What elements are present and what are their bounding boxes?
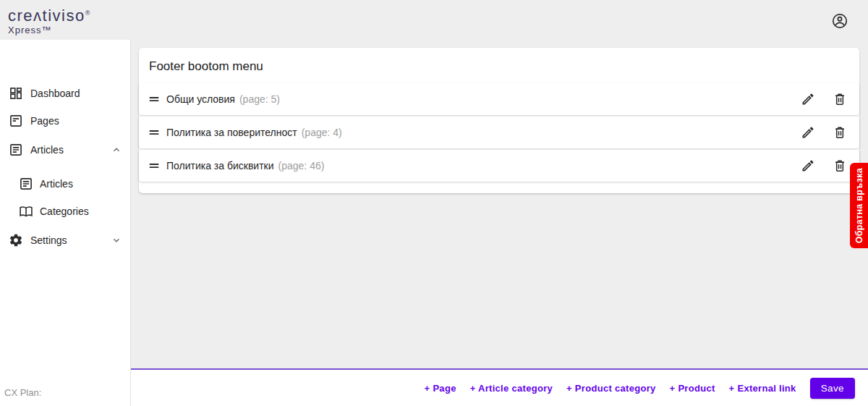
delete-icon bbox=[833, 125, 847, 140]
page-title: Footer bootom menu bbox=[149, 59, 263, 74]
app-header: creʌtiviso® Xpress™ bbox=[0, 0, 868, 40]
menu-row[interactable]: Политика за бисквитки (page: 46) bbox=[139, 150, 859, 182]
delete-button[interactable] bbox=[827, 87, 852, 112]
sidebar-item-label: Articles bbox=[40, 178, 73, 190]
delete-icon bbox=[833, 92, 847, 106]
menu-item-meta: (page: 5) bbox=[239, 93, 280, 105]
chevron-up-icon bbox=[111, 145, 122, 155]
drag-handle-icon[interactable] bbox=[147, 125, 161, 140]
footer-action-bar: + Page + Article category + Product cate… bbox=[131, 368, 868, 406]
add-product-category-link[interactable]: + Product category bbox=[566, 383, 656, 394]
sidebar-item-label: Settings bbox=[30, 234, 67, 246]
edit-button[interactable] bbox=[795, 153, 820, 179]
menu-row[interactable]: Политика за поверителност (page: 4) bbox=[139, 117, 859, 148]
sidebar-item-label: Dashboard bbox=[30, 88, 80, 99]
footer-menu-card: Footer bootom menu Общи условия (page: 5… bbox=[139, 48, 859, 193]
edit-icon bbox=[801, 92, 815, 106]
sidebar-item-articles-sub[interactable]: Articles bbox=[0, 173, 130, 195]
cx-plan-label: CX Plan: bbox=[4, 387, 41, 398]
brand-name: creʌtiviso bbox=[8, 7, 85, 25]
drag-handle-icon[interactable] bbox=[147, 158, 161, 173]
brand-product-name: Xpress™ bbox=[8, 25, 90, 35]
dashboard-icon bbox=[9, 86, 23, 101]
brand-logo[interactable]: creʌtiviso® Xpress™ bbox=[8, 8, 90, 35]
sidebar-item-articles[interactable]: Articles bbox=[0, 139, 130, 161]
edit-button[interactable] bbox=[795, 87, 820, 112]
article-icon bbox=[19, 177, 33, 191]
save-button[interactable]: Save bbox=[810, 378, 855, 399]
brand-registered-mark: ® bbox=[85, 9, 90, 17]
categories-icon bbox=[19, 204, 33, 219]
sidebar-item-dashboard[interactable]: Dashboard bbox=[0, 83, 130, 104]
edit-icon bbox=[801, 125, 815, 140]
sidebar-item-settings[interactable]: Settings bbox=[0, 229, 130, 251]
delete-button[interactable] bbox=[827, 153, 852, 179]
add-article-category-link[interactable]: + Article category bbox=[470, 383, 553, 394]
edit-button[interactable] bbox=[795, 120, 820, 145]
menu-item-label: Общи условия bbox=[166, 93, 235, 105]
account-circle-icon bbox=[831, 12, 848, 30]
menu-rows: Общи условия (page: 5) Политика за повер… bbox=[139, 83, 859, 183]
menu-item-meta: (page: 4) bbox=[302, 127, 342, 138]
sidebar-item-pages[interactable]: Pages bbox=[0, 110, 130, 132]
settings-icon bbox=[9, 233, 23, 248]
sidebar-item-categories[interactable]: Categories bbox=[0, 200, 130, 222]
sidebar: Dashboard Pages Articles Articles Catego… bbox=[0, 40, 131, 406]
delete-icon bbox=[833, 158, 847, 173]
menu-item-meta: (page: 46) bbox=[278, 160, 325, 172]
add-external-link-link[interactable]: + External link bbox=[729, 383, 796, 394]
menu-item-label: Политика за бисквитки bbox=[166, 160, 274, 172]
articles-icon bbox=[9, 143, 23, 157]
delete-button[interactable] bbox=[827, 120, 852, 145]
sidebar-item-label: Categories bbox=[40, 206, 89, 217]
pages-icon bbox=[9, 114, 23, 128]
chevron-down-icon bbox=[111, 235, 122, 245]
feedback-tab-label: Обратна връзка bbox=[854, 168, 864, 243]
account-button[interactable] bbox=[831, 12, 848, 30]
edit-icon bbox=[801, 158, 815, 173]
menu-row[interactable]: Общи условия (page: 5) bbox=[139, 83, 859, 115]
sidebar-item-label: Pages bbox=[30, 115, 59, 127]
sidebar-item-label: Articles bbox=[30, 144, 64, 156]
add-page-link[interactable]: + Page bbox=[425, 383, 456, 394]
drag-handle-icon[interactable] bbox=[147, 92, 161, 106]
menu-item-label: Политика за поверителност bbox=[166, 127, 297, 138]
feedback-tab[interactable]: Обратна връзка bbox=[850, 163, 868, 248]
add-product-link[interactable]: + Product bbox=[670, 383, 715, 394]
